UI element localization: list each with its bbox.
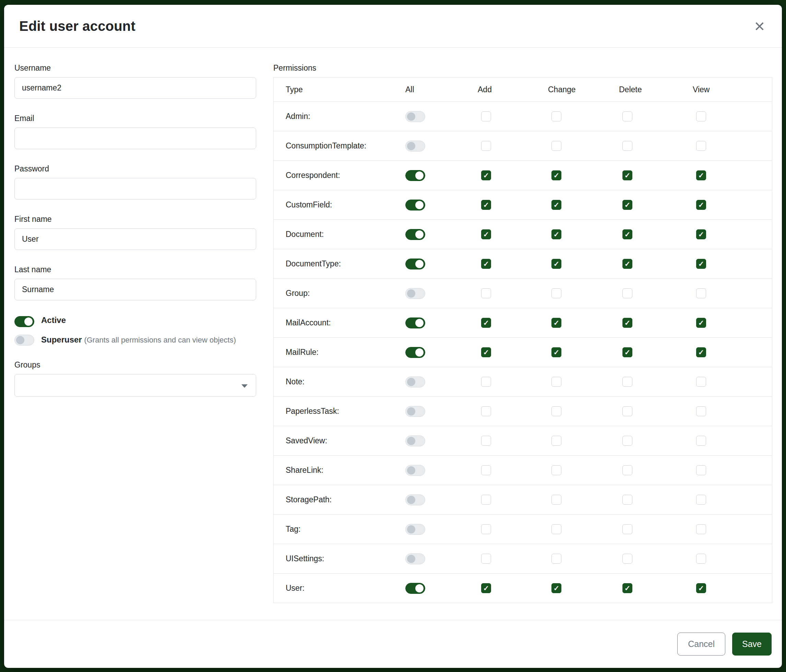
permission-change-checkbox[interactable] bbox=[552, 554, 561, 564]
permission-add-checkbox[interactable] bbox=[481, 554, 491, 564]
permission-view-checkbox[interactable] bbox=[696, 583, 706, 593]
permission-delete-checkbox[interactable] bbox=[623, 465, 632, 475]
permission-add-checkbox[interactable] bbox=[481, 524, 491, 534]
permission-all-toggle[interactable] bbox=[406, 524, 425, 535]
permission-change-checkbox[interactable] bbox=[552, 347, 561, 357]
permission-add-checkbox[interactable] bbox=[481, 436, 491, 446]
permission-change-checkbox[interactable] bbox=[552, 406, 561, 416]
permission-view-checkbox[interactable] bbox=[696, 465, 706, 475]
permission-delete-checkbox[interactable] bbox=[623, 495, 632, 505]
permission-view-checkbox[interactable] bbox=[696, 524, 706, 534]
close-icon[interactable]: × bbox=[752, 17, 767, 35]
permission-change-checkbox[interactable] bbox=[552, 495, 561, 505]
password-field[interactable] bbox=[14, 178, 256, 199]
permission-add-checkbox[interactable] bbox=[481, 347, 491, 357]
permission-add-checkbox[interactable] bbox=[481, 170, 491, 181]
permission-change-checkbox[interactable] bbox=[552, 524, 561, 534]
email-field[interactable] bbox=[14, 127, 256, 149]
superuser-toggle[interactable] bbox=[14, 334, 34, 345]
permission-all-toggle[interactable] bbox=[406, 406, 425, 417]
permission-change-checkbox[interactable] bbox=[552, 436, 561, 446]
first-name-input[interactable] bbox=[14, 228, 256, 250]
permission-change-checkbox[interactable] bbox=[552, 229, 561, 239]
permission-change-checkbox[interactable] bbox=[552, 465, 561, 475]
cancel-button[interactable]: Cancel bbox=[677, 633, 725, 656]
permission-all-toggle[interactable] bbox=[406, 288, 425, 299]
permission-change-checkbox[interactable] bbox=[552, 170, 561, 181]
permission-add-checkbox[interactable] bbox=[481, 465, 491, 475]
permission-delete-checkbox[interactable] bbox=[623, 259, 632, 269]
permission-all-toggle[interactable] bbox=[406, 199, 425, 210]
permission-all-toggle[interactable] bbox=[406, 435, 425, 446]
permission-change-checkbox[interactable] bbox=[552, 583, 561, 593]
permission-view-checkbox[interactable] bbox=[696, 111, 706, 121]
permission-change-checkbox[interactable] bbox=[552, 288, 561, 298]
permission-change-checkbox[interactable] bbox=[552, 318, 561, 328]
permission-add-checkbox[interactable] bbox=[481, 288, 491, 298]
permission-all-toggle[interactable] bbox=[406, 141, 425, 152]
permission-change-cell bbox=[548, 436, 619, 446]
permission-delete-checkbox[interactable] bbox=[623, 377, 632, 387]
permission-view-checkbox[interactable] bbox=[696, 318, 706, 328]
permission-add-checkbox[interactable] bbox=[481, 406, 491, 416]
permission-delete-checkbox[interactable] bbox=[623, 200, 632, 210]
permission-change-checkbox[interactable] bbox=[552, 259, 561, 269]
save-button[interactable]: Save bbox=[732, 633, 772, 656]
permission-delete-checkbox[interactable] bbox=[623, 170, 632, 181]
permission-view-checkbox[interactable] bbox=[696, 288, 706, 298]
permission-delete-checkbox[interactable] bbox=[623, 318, 632, 328]
permission-view-checkbox[interactable] bbox=[696, 377, 706, 387]
permission-add-checkbox[interactable] bbox=[481, 229, 491, 239]
permission-all-toggle[interactable] bbox=[406, 111, 425, 122]
permission-view-checkbox[interactable] bbox=[696, 347, 706, 357]
permission-delete-checkbox[interactable] bbox=[623, 229, 632, 239]
permission-all-toggle[interactable] bbox=[406, 259, 425, 270]
permission-all-toggle[interactable] bbox=[406, 495, 425, 506]
username-input[interactable] bbox=[14, 77, 256, 99]
last-name-input[interactable] bbox=[14, 279, 256, 300]
permission-view-checkbox[interactable] bbox=[696, 170, 706, 181]
permission-all-toggle[interactable] bbox=[406, 317, 425, 328]
permission-delete-checkbox[interactable] bbox=[623, 436, 632, 446]
groups-select[interactable] bbox=[14, 374, 256, 397]
permission-add-checkbox[interactable] bbox=[481, 318, 491, 328]
permission-add-cell bbox=[478, 318, 548, 328]
permission-add-checkbox[interactable] bbox=[481, 111, 491, 121]
permission-delete-checkbox[interactable] bbox=[623, 583, 632, 593]
permission-delete-checkbox[interactable] bbox=[623, 288, 632, 298]
password-label: Password bbox=[14, 164, 256, 173]
permission-add-checkbox[interactable] bbox=[481, 259, 491, 269]
permission-add-checkbox[interactable] bbox=[481, 495, 491, 505]
permission-all-cell bbox=[406, 141, 478, 152]
permission-view-checkbox[interactable] bbox=[696, 436, 706, 446]
permission-delete-checkbox[interactable] bbox=[623, 524, 632, 534]
permission-delete-checkbox[interactable] bbox=[623, 347, 632, 357]
permission-all-toggle[interactable] bbox=[406, 170, 425, 181]
permission-view-checkbox[interactable] bbox=[696, 406, 706, 416]
permission-delete-checkbox[interactable] bbox=[623, 406, 632, 416]
permission-all-toggle[interactable] bbox=[406, 583, 425, 594]
permission-add-checkbox[interactable] bbox=[481, 583, 491, 593]
active-toggle[interactable] bbox=[14, 316, 34, 327]
permission-change-checkbox[interactable] bbox=[552, 111, 561, 121]
permission-view-checkbox[interactable] bbox=[696, 495, 706, 505]
permission-delete-checkbox[interactable] bbox=[623, 111, 632, 121]
permission-all-toggle[interactable] bbox=[406, 377, 425, 388]
permission-view-checkbox[interactable] bbox=[696, 259, 706, 269]
permission-delete-checkbox[interactable] bbox=[623, 141, 632, 151]
permission-delete-checkbox[interactable] bbox=[623, 554, 632, 564]
permission-change-checkbox[interactable] bbox=[552, 200, 561, 210]
permission-all-toggle[interactable] bbox=[406, 553, 425, 564]
permission-add-checkbox[interactable] bbox=[481, 377, 491, 387]
permission-change-checkbox[interactable] bbox=[552, 141, 561, 151]
permission-all-toggle[interactable] bbox=[406, 347, 425, 358]
permission-add-checkbox[interactable] bbox=[481, 200, 491, 210]
permission-view-checkbox[interactable] bbox=[696, 554, 706, 564]
permission-view-checkbox[interactable] bbox=[696, 200, 706, 210]
permission-all-toggle[interactable] bbox=[406, 465, 425, 476]
permission-add-checkbox[interactable] bbox=[481, 141, 491, 151]
permission-change-checkbox[interactable] bbox=[552, 377, 561, 387]
permission-view-checkbox[interactable] bbox=[696, 141, 706, 151]
permission-view-checkbox[interactable] bbox=[696, 229, 706, 239]
permission-all-toggle[interactable] bbox=[406, 229, 425, 240]
